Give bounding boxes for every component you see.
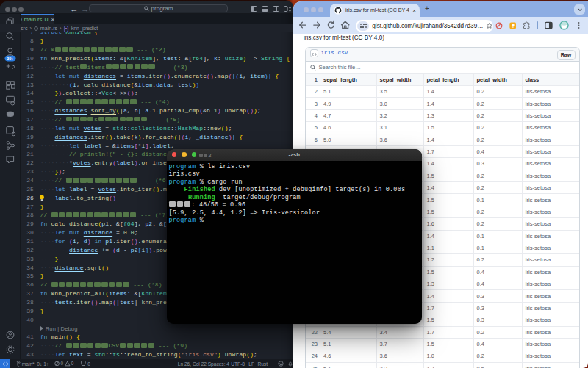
svg-text:39+: 39+	[7, 57, 14, 61]
